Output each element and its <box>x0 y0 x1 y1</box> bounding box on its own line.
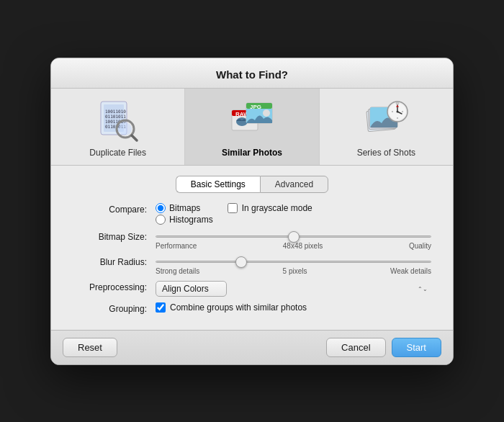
compare-label: Compare: <box>73 203 156 215</box>
bitmap-size-labels: Performance 48x48 pixels Quality <box>156 242 431 250</box>
footer-right-buttons: Cancel Start <box>326 338 441 357</box>
similar-photos-label: Similar Photos <box>222 148 282 158</box>
bitmap-size-row: Bitmap Size: Performance 48x48 pixels Qu… <box>73 230 431 250</box>
start-button[interactable]: Start <box>392 338 441 357</box>
preprocessing-controls: Align Colors None Normalize <box>156 281 431 297</box>
compare-radio-group: Bitmaps Histograms <box>156 203 213 225</box>
duplicate-files-label: Duplicate Files <box>89 148 146 158</box>
compare-row: Compare: Bitmaps Histograms <box>73 203 431 225</box>
blur-radius-label: Blur Radius: <box>73 256 156 267</box>
category-duplicate-files[interactable]: 10011010 01101011 10011010 01101011 Dupl… <box>51 89 185 165</box>
svg-text:10011010: 10011010 <box>105 109 126 114</box>
compare-histograms-label: Histograms <box>169 215 213 225</box>
cancel-button[interactable]: Cancel <box>326 338 385 357</box>
svg-text:01101011: 01101011 <box>105 114 126 119</box>
svg-line-8 <box>132 135 137 140</box>
svg-point-17 <box>263 109 270 117</box>
blur-radius-controls: Strong details 5 pixels Weak details <box>156 256 431 275</box>
dialog-title: What to Find? <box>66 68 438 81</box>
series-of-shots-label: Series of Shots <box>357 148 415 158</box>
preprocessing-select[interactable]: Align Colors None Normalize <box>156 281 227 297</box>
tab-basic-settings[interactable]: Basic Settings <box>176 176 260 193</box>
reset-button[interactable]: Reset <box>63 338 117 357</box>
category-similar-photos[interactable]: RAW JPG Similar Photos <box>185 89 319 165</box>
grouping-controls: Combine groups with similar photos <box>156 302 431 313</box>
grouping-checkbox[interactable] <box>156 302 166 313</box>
grouping-checkbox-label: Combine groups with similar photos <box>170 302 307 313</box>
series-of-shots-icon <box>363 97 409 143</box>
grayscale-label: In grayscale mode <box>242 203 312 213</box>
dialog-footer: Reset Cancel Start <box>51 330 453 364</box>
dialog-window: What to Find? 10011010 01101011 10011010… <box>50 58 454 365</box>
grouping-label: Grouping: <box>73 302 156 314</box>
compare-controls: Bitmaps Histograms In grayscale mode <box>156 203 431 225</box>
svg-rect-31 <box>396 102 399 104</box>
category-series-of-shots[interactable]: Series of Shots <box>320 89 453 165</box>
blur-radius-right: Weak details <box>390 267 431 275</box>
svg-point-26 <box>397 110 399 112</box>
blur-radius-labels: Strong details 5 pixels Weak details <box>156 267 431 275</box>
categories-bar: 10011010 01101011 10011010 01101011 Dupl… <box>51 89 453 166</box>
grayscale-option[interactable]: In grayscale mode <box>228 203 312 213</box>
blur-radius-left: Strong details <box>156 267 199 275</box>
bitmap-size-center: 48x48 pixels <box>283 242 323 250</box>
bitmap-size-label: Bitmap Size: <box>73 230 156 242</box>
tab-advanced[interactable]: Advanced <box>260 176 328 193</box>
grayscale-checkbox[interactable] <box>228 203 238 213</box>
bitmap-size-left: Performance <box>156 242 197 250</box>
title-bar: What to Find? <box>51 58 453 89</box>
compare-bitmaps-option[interactable]: Bitmaps <box>156 203 213 213</box>
preprocessing-row: Preprocessing: Align Colors None Normali… <box>73 281 431 297</box>
compare-histograms-option[interactable]: Histograms <box>156 215 213 225</box>
blur-radius-row: Blur Radius: Strong details 5 pixels Wea… <box>73 256 431 275</box>
blur-radius-center: 5 pixels <box>283 267 307 275</box>
grouping-checkbox-row[interactable]: Combine groups with similar photos <box>156 302 431 313</box>
compare-top: Bitmaps Histograms In grayscale mode <box>156 203 431 225</box>
compare-bitmaps-label: Bitmaps <box>169 203 200 213</box>
duplicate-files-icon: 10011010 01101011 10011010 01101011 <box>95 97 141 143</box>
preprocessing-label: Preprocessing: <box>73 281 156 292</box>
grouping-row: Grouping: Combine groups with similar ph… <box>73 302 431 314</box>
bitmap-size-right: Quality <box>409 242 431 250</box>
similar-photos-icon: RAW JPG <box>229 97 275 143</box>
compare-bitmaps-radio[interactable] <box>156 203 166 213</box>
bitmap-size-controls: Performance 48x48 pixels Quality <box>156 230 431 250</box>
compare-histograms-radio[interactable] <box>156 215 166 225</box>
settings-content: Compare: Bitmaps Histograms <box>51 200 453 330</box>
preprocessing-select-wrapper: Align Colors None Normalize <box>156 281 431 297</box>
tabs-container: Basic Settings Advanced <box>51 166 453 200</box>
svg-point-7 <box>119 122 132 135</box>
